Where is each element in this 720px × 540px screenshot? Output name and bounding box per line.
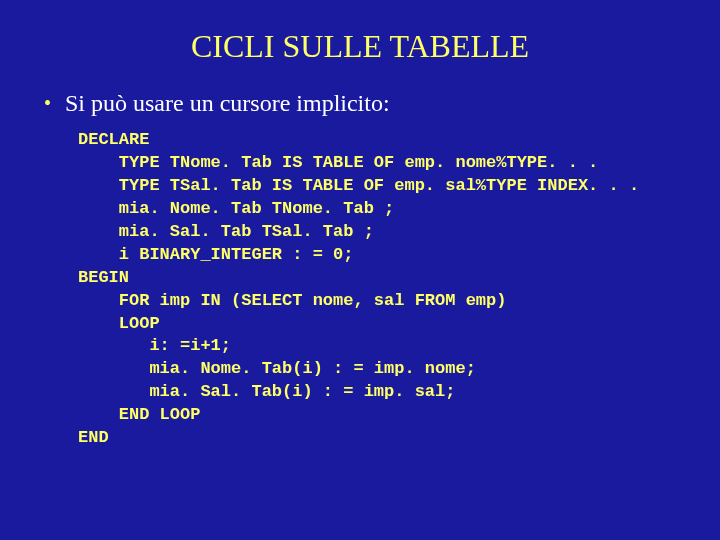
slide-title: CICLI SULLE TABELLE xyxy=(40,28,680,65)
slide-container: CICLI SULLE TABELLE • Si può usare un cu… xyxy=(0,0,720,470)
bullet-text: Si può usare un cursore implicito: xyxy=(65,89,390,117)
bullet-dot-icon: • xyxy=(44,89,51,117)
code-block: DECLARE TYPE TNome. Tab IS TABLE OF emp.… xyxy=(40,129,680,450)
bullet-item: • Si può usare un cursore implicito: xyxy=(40,89,680,117)
